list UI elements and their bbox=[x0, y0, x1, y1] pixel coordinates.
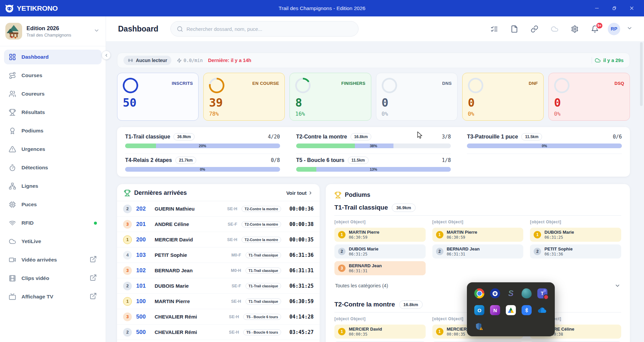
scrollbar-thumb[interactable] bbox=[640, 42, 643, 106]
progress-percent-label: 20% bbox=[125, 144, 280, 148]
sidebar-item[interactable]: Affichage TV bbox=[4, 289, 102, 304]
onenote-icon[interactable]: N bbox=[490, 305, 500, 315]
app-dock-popup: S T O N bbox=[467, 282, 555, 336]
stat-value: 0 bbox=[468, 97, 538, 108]
link-button[interactable] bbox=[531, 25, 538, 33]
shield-warning-icon[interactable] bbox=[474, 322, 484, 332]
podium-column: [object Object] 1 MERCIER David 00:00:35 bbox=[334, 317, 426, 342]
podium-rank-badge: 3 bbox=[338, 265, 345, 272]
runner-category: M0-H bbox=[231, 268, 241, 273]
teams-icon[interactable]: T bbox=[537, 288, 547, 298]
sidebar-item[interactable]: Urgences bbox=[4, 142, 102, 157]
arrival-time: 00:00:36 bbox=[285, 206, 314, 212]
race-progressbar: 0% bbox=[467, 144, 622, 148]
sidebar-item-label: Lignes bbox=[21, 183, 38, 189]
sidebar-item[interactable]: YetiLive bbox=[4, 234, 102, 249]
close-button[interactable] bbox=[627, 3, 637, 13]
podium-rank-badge: 1 bbox=[338, 328, 345, 335]
arrival-row[interactable]: 1 100 MARTIN Pierre SE-H T1-Trail classi… bbox=[117, 294, 320, 309]
runner-category: SE-H bbox=[229, 315, 239, 319]
s-app-icon[interactable]: S bbox=[506, 288, 516, 298]
sidebar-item[interactable]: Puces bbox=[4, 197, 102, 212]
search-bar[interactable] bbox=[170, 21, 359, 37]
sidebar-item[interactable]: Podiums bbox=[4, 123, 102, 138]
arrival-row[interactable]: 1 200 MERCIER David SE-H T2-Contre la mo… bbox=[117, 232, 320, 247]
podium-time: 06:31:25 bbox=[349, 252, 378, 256]
gear-button[interactable] bbox=[571, 25, 579, 33]
race-name: T1-Trail classique bbox=[125, 134, 170, 140]
stat-value: 39 bbox=[209, 97, 279, 108]
race-progress-card: T1-Trail classique 36.9km 4/20 20% T2-Co… bbox=[117, 127, 630, 177]
onedrive-icon[interactable] bbox=[537, 305, 547, 315]
read-rate: 0.0/min bbox=[177, 58, 203, 63]
arrival-row[interactable]: 3 500 CHEVALIER Rémi SE-H T5 - Boucle 6 … bbox=[117, 309, 320, 325]
external-link-icon bbox=[90, 274, 97, 283]
podium-runner-name: MARTIN Pierre bbox=[349, 230, 379, 235]
stat-card: EN COURSE 39 78% bbox=[203, 73, 285, 121]
podium-column: [object Object] 1 MARTIN Pierre 06:30:59 bbox=[334, 220, 426, 278]
arrival-row[interactable]: 4 103 PETIT Sophie M0-F T1-Trail classiq… bbox=[117, 247, 320, 263]
arrival-row[interactable]: 2 101 DUBOIS Marie SE-F T1-Trail classiq… bbox=[117, 278, 320, 294]
divider bbox=[334, 215, 621, 216]
sidebar-item-icon bbox=[9, 109, 16, 116]
sidebar-item[interactable]: Coureurs bbox=[4, 87, 102, 101]
podium-time: 06:31:31 bbox=[447, 252, 480, 256]
podium-runner-name: BERNARD Jean bbox=[447, 246, 480, 251]
sidebar-item[interactable]: Résultats bbox=[4, 105, 102, 120]
runner-name: CHEVALIER Rémi bbox=[155, 329, 225, 335]
runner-name: PETIT Sophie bbox=[155, 252, 227, 258]
podium-column: [object Object] 1 DUBOIS Marie 06:31:25 bbox=[530, 220, 621, 278]
stat-card: FINISHERS 8 16% bbox=[289, 73, 371, 121]
external-link-icon bbox=[90, 292, 97, 301]
sidebar-collapse-button[interactable] bbox=[102, 51, 111, 60]
arrival-row[interactable]: 2 500 CHEVALIER Rémi SE-H T5 - Boucle 6 … bbox=[117, 325, 320, 340]
file-button[interactable] bbox=[511, 25, 518, 33]
runner-category: SE-F bbox=[231, 284, 241, 288]
runner-name: MARTIN Pierre bbox=[155, 298, 227, 304]
google-drive-icon[interactable] bbox=[506, 305, 516, 315]
arrival-row[interactable]: 3 102 BERNARD Jean M0-H T1-Trail classiq… bbox=[117, 263, 320, 278]
stat-label: FINISHERS bbox=[341, 81, 365, 86]
cloud-button[interactable] bbox=[551, 25, 558, 33]
sidebar-item[interactable]: Lignes bbox=[4, 179, 102, 193]
race-finisher-count: 1/8 bbox=[442, 157, 451, 163]
search-input[interactable] bbox=[186, 26, 352, 32]
edition-selector[interactable]: Edition 2026 Trail des Champignons bbox=[0, 16, 106, 46]
sidebar-item[interactable]: RFID bbox=[4, 216, 102, 230]
sidebar-item[interactable]: Dashboard bbox=[4, 50, 102, 64]
cloud-sync-icon bbox=[595, 57, 601, 63]
race-finisher-count: 3/8 bbox=[442, 134, 451, 140]
runner-name: ANDRE Céline bbox=[155, 221, 223, 227]
radio-icon bbox=[128, 58, 133, 63]
chrome-icon[interactable] bbox=[474, 288, 484, 298]
bluetooth-icon[interactable] bbox=[522, 305, 532, 315]
notifications-button[interactable]: 9+ bbox=[591, 25, 599, 33]
race-finisher-count: 0/8 bbox=[271, 157, 280, 163]
teal-app-icon[interactable] bbox=[522, 288, 532, 298]
restore-button[interactable] bbox=[609, 3, 619, 13]
edition-event: Trail des Champignons bbox=[26, 33, 71, 38]
podium-runner-name: PETIT Sophie bbox=[544, 246, 573, 251]
checklist-button[interactable] bbox=[490, 25, 498, 33]
arrival-time: 06:31:36 bbox=[285, 252, 314, 258]
see-all-link[interactable]: Voir tout bbox=[286, 190, 313, 196]
race-tag: T1-Trail classique bbox=[246, 283, 281, 289]
stat-percent: 0% bbox=[468, 111, 538, 117]
chevron-down-icon[interactable] bbox=[627, 25, 633, 33]
arrival-time: 06:31:25 bbox=[285, 283, 314, 289]
race-tag: T1-Trail classique bbox=[246, 298, 281, 304]
sidebar-item[interactable]: Détections bbox=[4, 160, 102, 175]
avatar[interactable]: RP bbox=[608, 23, 620, 35]
podium-entry: 3 BERNARD Jean 06:31:31 bbox=[334, 261, 426, 275]
arrival-row[interactable]: 3 201 ANDRE Céline SE-F T2-Contre la mon… bbox=[117, 217, 320, 232]
sidebar-item[interactable]: Clips vidéo bbox=[4, 271, 102, 286]
stat-label: DNF bbox=[529, 81, 538, 86]
stat-ring bbox=[295, 78, 311, 93]
arrival-row[interactable]: 2 202 GUERIN Mathieu SE-H T2-Contre la m… bbox=[117, 201, 320, 217]
outlook-icon[interactable]: O bbox=[474, 305, 484, 315]
sidebar-item[interactable]: Vidéo arrivées bbox=[4, 252, 102, 267]
sidebar-item[interactable]: Courses bbox=[4, 68, 102, 83]
yetikrono-app-icon[interactable] bbox=[490, 288, 500, 298]
minimize-button[interactable] bbox=[592, 3, 602, 13]
stat-percent: 16% bbox=[295, 111, 365, 117]
